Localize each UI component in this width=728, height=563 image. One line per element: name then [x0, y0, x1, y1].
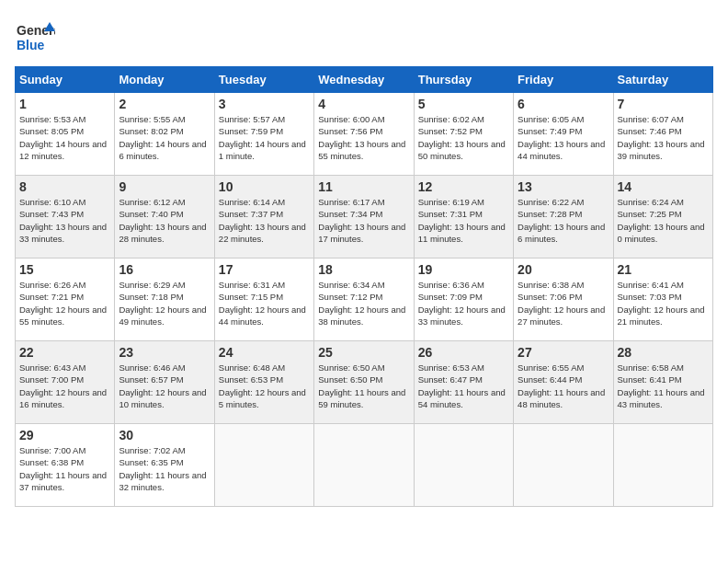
day-number: 21	[618, 262, 709, 277]
day-info: Sunrise: 6:19 AMSunset: 7:31 PMDaylight:…	[418, 196, 509, 245]
calendar-cell: 9Sunrise: 6:12 AMSunset: 7:40 PMDaylight…	[115, 176, 214, 259]
calendar-cell: 7Sunrise: 6:07 AMSunset: 7:46 PMDaylight…	[613, 93, 712, 176]
calendar-cell: 17Sunrise: 6:31 AMSunset: 7:15 PMDayligh…	[214, 259, 313, 341]
day-info: Sunrise: 6:07 AMSunset: 7:46 PMDaylight:…	[618, 113, 709, 162]
day-number: 19	[418, 262, 509, 277]
day-info: Sunrise: 6:38 AMSunset: 7:06 PMDaylight:…	[518, 279, 609, 327]
calendar-cell: 8Sunrise: 6:10 AMSunset: 7:43 PMDaylight…	[16, 176, 115, 259]
weekday-header-sunday: Sunday	[16, 67, 115, 93]
calendar-cell: 11Sunrise: 6:17 AMSunset: 7:34 PMDayligh…	[314, 176, 414, 259]
weekday-header-tuesday: Tuesday	[214, 67, 313, 93]
day-info: Sunrise: 6:24 AMSunset: 7:25 PMDaylight:…	[618, 196, 709, 245]
day-number: 28	[618, 345, 709, 360]
week-row-4: 22Sunrise: 6:43 AMSunset: 7:00 PMDayligh…	[16, 341, 713, 424]
day-info: Sunrise: 5:53 AMSunset: 8:05 PMDaylight:…	[19, 113, 110, 162]
calendar-cell: 19Sunrise: 6:36 AMSunset: 7:09 PMDayligh…	[414, 259, 513, 341]
day-number: 17	[219, 262, 310, 277]
calendar-cell	[314, 424, 414, 507]
day-info: Sunrise: 6:53 AMSunset: 6:47 PMDaylight:…	[418, 362, 509, 410]
day-info: Sunrise: 6:02 AMSunset: 7:52 PMDaylight:…	[418, 113, 509, 162]
weekday-header-monday: Monday	[115, 67, 214, 93]
day-info: Sunrise: 7:02 AMSunset: 6:35 PMDaylight:…	[119, 444, 210, 493]
calendar-cell: 26Sunrise: 6:53 AMSunset: 6:47 PMDayligh…	[414, 341, 513, 424]
calendar-cell	[214, 424, 313, 507]
day-number: 27	[518, 345, 609, 360]
week-row-3: 15Sunrise: 6:26 AMSunset: 7:21 PMDayligh…	[16, 259, 713, 341]
calendar-cell	[414, 424, 513, 507]
day-info: Sunrise: 6:00 AMSunset: 7:56 PMDaylight:…	[318, 113, 409, 162]
day-number: 18	[318, 262, 409, 277]
day-number: 9	[119, 179, 210, 194]
day-info: Sunrise: 6:50 AMSunset: 6:50 PMDaylight:…	[318, 362, 409, 410]
day-number: 24	[219, 345, 310, 360]
day-number: 25	[318, 345, 409, 360]
day-number: 26	[418, 345, 509, 360]
weekday-header-wednesday: Wednesday	[314, 67, 414, 93]
calendar-cell	[613, 424, 712, 507]
day-info: Sunrise: 6:31 AMSunset: 7:15 PMDaylight:…	[219, 279, 310, 327]
day-number: 15	[19, 262, 110, 277]
calendar-cell: 21Sunrise: 6:41 AMSunset: 7:03 PMDayligh…	[613, 259, 712, 341]
calendar-cell: 1Sunrise: 5:53 AMSunset: 8:05 PMDaylight…	[16, 93, 115, 176]
calendar-table: SundayMondayTuesdayWednesdayThursdayFrid…	[15, 66, 713, 507]
calendar-cell: 6Sunrise: 6:05 AMSunset: 7:49 PMDaylight…	[514, 93, 613, 176]
day-number: 22	[19, 345, 110, 360]
logo-icon: General Blue	[15, 15, 55, 55]
calendar-cell: 22Sunrise: 6:43 AMSunset: 7:00 PMDayligh…	[16, 341, 115, 424]
calendar-cell: 3Sunrise: 5:57 AMSunset: 7:59 PMDaylight…	[214, 93, 313, 176]
calendar-cell: 2Sunrise: 5:55 AMSunset: 8:02 PMDaylight…	[115, 93, 214, 176]
day-info: Sunrise: 6:43 AMSunset: 7:00 PMDaylight:…	[19, 362, 110, 410]
calendar-cell: 4Sunrise: 6:00 AMSunset: 7:56 PMDaylight…	[314, 93, 414, 176]
calendar-cell: 25Sunrise: 6:50 AMSunset: 6:50 PMDayligh…	[314, 341, 414, 424]
day-info: Sunrise: 6:05 AMSunset: 7:49 PMDaylight:…	[518, 113, 609, 162]
day-info: Sunrise: 6:36 AMSunset: 7:09 PMDaylight:…	[418, 279, 509, 327]
day-info: Sunrise: 6:41 AMSunset: 7:03 PMDaylight:…	[618, 279, 709, 327]
calendar-cell: 10Sunrise: 6:14 AMSunset: 7:37 PMDayligh…	[214, 176, 313, 259]
weekday-header-friday: Friday	[514, 67, 613, 93]
day-number: 4	[318, 97, 409, 111]
day-info: Sunrise: 6:58 AMSunset: 6:41 PMDaylight:…	[618, 362, 709, 410]
day-number: 11	[318, 179, 409, 194]
day-info: Sunrise: 5:57 AMSunset: 7:59 PMDaylight:…	[219, 113, 310, 162]
day-info: Sunrise: 6:48 AMSunset: 6:53 PMDaylight:…	[219, 362, 310, 410]
calendar-cell: 29Sunrise: 7:00 AMSunset: 6:38 PMDayligh…	[16, 424, 115, 507]
day-info: Sunrise: 6:26 AMSunset: 7:21 PMDaylight:…	[19, 279, 110, 327]
day-number: 5	[418, 97, 509, 111]
calendar-cell: 28Sunrise: 6:58 AMSunset: 6:41 PMDayligh…	[613, 341, 712, 424]
day-number: 2	[119, 97, 210, 111]
day-number: 10	[219, 179, 310, 194]
calendar-cell: 12Sunrise: 6:19 AMSunset: 7:31 PMDayligh…	[414, 176, 513, 259]
day-number: 16	[119, 262, 210, 277]
day-number: 13	[518, 179, 609, 194]
day-info: Sunrise: 7:00 AMSunset: 6:38 PMDaylight:…	[19, 444, 110, 493]
weekday-header-row: SundayMondayTuesdayWednesdayThursdayFrid…	[16, 67, 713, 93]
day-info: Sunrise: 6:55 AMSunset: 6:44 PMDaylight:…	[518, 362, 609, 410]
day-number: 3	[219, 97, 310, 111]
calendar-cell: 13Sunrise: 6:22 AMSunset: 7:28 PMDayligh…	[514, 176, 613, 259]
weekday-header-thursday: Thursday	[414, 67, 513, 93]
calendar-cell: 24Sunrise: 6:48 AMSunset: 6:53 PMDayligh…	[214, 341, 313, 424]
day-number: 30	[119, 428, 210, 442]
day-number: 29	[19, 428, 110, 442]
day-info: Sunrise: 6:12 AMSunset: 7:40 PMDaylight:…	[119, 196, 210, 245]
day-number: 6	[518, 97, 609, 111]
day-number: 8	[19, 179, 110, 194]
week-row-2: 8Sunrise: 6:10 AMSunset: 7:43 PMDaylight…	[16, 176, 713, 259]
day-info: Sunrise: 6:34 AMSunset: 7:12 PMDaylight:…	[318, 279, 409, 327]
calendar-header: General Blue	[15, 15, 713, 59]
week-row-5: 29Sunrise: 7:00 AMSunset: 6:38 PMDayligh…	[16, 424, 713, 507]
weekday-header-saturday: Saturday	[613, 67, 712, 93]
logo: General Blue	[15, 15, 55, 59]
calendar-cell: 14Sunrise: 6:24 AMSunset: 7:25 PMDayligh…	[613, 176, 712, 259]
day-info: Sunrise: 6:14 AMSunset: 7:37 PMDaylight:…	[219, 196, 310, 245]
day-number: 1	[19, 97, 110, 111]
calendar-cell: 18Sunrise: 6:34 AMSunset: 7:12 PMDayligh…	[314, 259, 414, 341]
calendar-cell: 27Sunrise: 6:55 AMSunset: 6:44 PMDayligh…	[514, 341, 613, 424]
calendar-cell	[514, 424, 613, 507]
calendar-cell: 30Sunrise: 7:02 AMSunset: 6:35 PMDayligh…	[115, 424, 214, 507]
week-row-1: 1Sunrise: 5:53 AMSunset: 8:05 PMDaylight…	[16, 93, 713, 176]
calendar-cell: 5Sunrise: 6:02 AMSunset: 7:52 PMDaylight…	[414, 93, 513, 176]
calendar-cell: 20Sunrise: 6:38 AMSunset: 7:06 PMDayligh…	[514, 259, 613, 341]
svg-text:Blue: Blue	[17, 38, 45, 52]
calendar-cell: 16Sunrise: 6:29 AMSunset: 7:18 PMDayligh…	[115, 259, 214, 341]
